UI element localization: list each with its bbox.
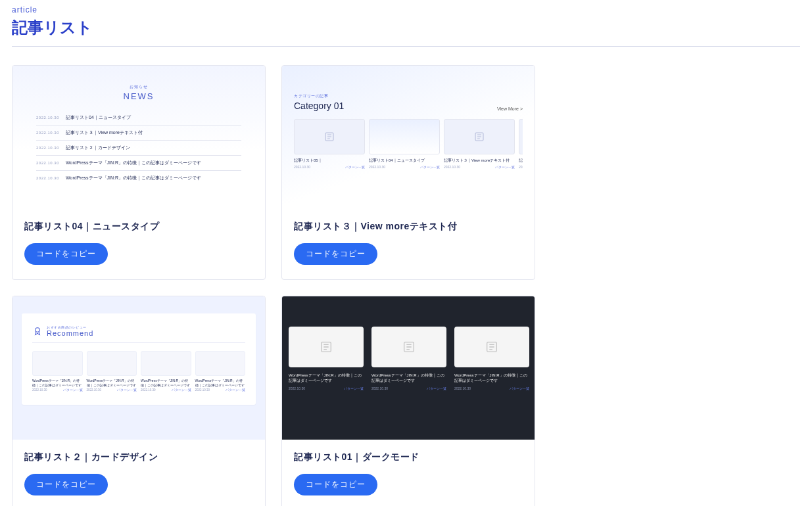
preview-news-heading: NEWS bbox=[36, 91, 241, 101]
preview-dark-date: 2022.10.30 bbox=[289, 386, 305, 390]
preview-news-row: 2022.10.30 WordPressテーマ「JIN:R」の特徴｜この記事はダ… bbox=[36, 156, 241, 171]
preview-dark-tag: パターン一覧 bbox=[510, 386, 529, 390]
pattern-card-viewmore[interactable]: カテゴリーの記事 Category 01 View More > 記事リスト05… bbox=[281, 65, 535, 280]
preview-rec-date: 2022.10.30 bbox=[32, 388, 47, 392]
preview-vm-kicker: カテゴリーの記事 bbox=[294, 93, 344, 99]
section-divider bbox=[12, 46, 800, 47]
preview-vm-cap: 記事リスト05｜ bbox=[294, 158, 365, 164]
ribbon-icon bbox=[32, 326, 43, 337]
svg-point-2 bbox=[36, 327, 40, 332]
preview-dark-tag: パターン一覧 bbox=[427, 386, 446, 390]
preview-rec-cap: WordPressテーマ「JIN:R」の特徴｜この記事はダミーページです bbox=[141, 379, 191, 387]
section-title: 記事リスト bbox=[12, 17, 800, 38]
preview-rec-item: WordPressテーマ「JIN:R」の特徴｜この記事はダミーページです 202… bbox=[87, 351, 137, 392]
preview-rec-tag: パターン一覧 bbox=[172, 388, 191, 392]
preview-news-kicker: お知らせ bbox=[36, 84, 241, 90]
preview-news-date: 2022.10.30 bbox=[36, 161, 59, 165]
card-title: 記事リスト01｜ダークモード bbox=[294, 451, 523, 463]
preview-news-date: 2022.10.30 bbox=[36, 176, 59, 180]
preview-rec-cap: WordPressテーマ「JIN:R」の特徴｜この記事はダミーページです bbox=[195, 379, 246, 387]
preview-news-row: 2022.10.30 WordPressテーマ「JIN:R」の特徴｜この記事はダ… bbox=[36, 171, 241, 185]
pattern-card-recommend[interactable]: おすすめ商品のレビュー Recommend WordPressテーマ「JIN:R… bbox=[12, 296, 266, 506]
preview-dark-cap: WordPressテーマ「JIN:R」の特徴｜この記事はダミーページです bbox=[289, 373, 364, 384]
preview-rec-item: WordPressテーマ「JIN:R」の特徴｜この記事はダミーページです 202… bbox=[195, 351, 246, 392]
preview-vm-tag: パターン一覧 bbox=[495, 165, 515, 169]
preview-news-text: WordPressテーマ「JIN:R」の特徴｜この記事はダミーページです bbox=[66, 160, 201, 166]
preview-rec-tag: パターン一覧 bbox=[226, 388, 245, 392]
preview-vm-more: View More > bbox=[497, 106, 523, 111]
preview-dark-cap: WordPressテーマ「JIN:R」の特徴｜この記事はダミーページです bbox=[371, 373, 446, 384]
preview-rec-cap: WordPressテーマ「JIN:R」の特徴｜この記事はダミーページです bbox=[32, 379, 83, 387]
preview-vm-tag: パターン一覧 bbox=[420, 165, 440, 169]
preview-vm-date: 2022.10.30 bbox=[519, 165, 523, 169]
preview-dark-date: 2022.10.30 bbox=[371, 386, 388, 390]
preview-vm-heading: Category 01 bbox=[294, 101, 344, 111]
preview-news-row: 2022.10.30 記事リスト04｜ニュースタイプ bbox=[36, 110, 241, 126]
preview-dark-item: WordPressテーマ「JIN:R」の特徴｜この記事はダミーページです 202… bbox=[371, 327, 446, 390]
preview-vm-date: 2022.10.30 bbox=[444, 165, 460, 169]
preview-news-date: 2022.10.30 bbox=[36, 116, 59, 120]
preview-vm-cap: 記事リスト２ bbox=[519, 158, 523, 164]
preview-vm-date: 2022.10.30 bbox=[294, 165, 310, 169]
preview-vm-item: 記事リスト04｜ニュースタイプ 2022.10.30パターン一覧 bbox=[369, 119, 440, 169]
preview-rec-tag: パターン一覧 bbox=[63, 388, 83, 392]
copy-code-button[interactable]: コードをコピー bbox=[294, 474, 377, 495]
preview-news-text: 記事リスト２｜カードデザイン bbox=[66, 145, 130, 151]
card-title: 記事リスト04｜ニュースタイプ bbox=[24, 221, 253, 233]
preview-news-text: WordPressテーマ「JIN:R」の特徴｜この記事はダミーページです bbox=[66, 175, 201, 181]
preview-rec-tag: パターン一覧 bbox=[117, 388, 137, 392]
preview-news-date: 2022.10.30 bbox=[36, 146, 59, 150]
section-kicker: article bbox=[12, 5, 800, 14]
preview-rec-cap: WordPressテーマ「JIN:R」の特徴｜この記事はダミーページです bbox=[87, 379, 137, 387]
preview-news-text: 記事リスト３｜View moreテキスト付 bbox=[66, 129, 143, 136]
preview-news-text: 記事リスト04｜ニュースタイプ bbox=[66, 114, 131, 121]
preview-viewmore: カテゴリーの記事 Category 01 View More > 記事リスト05… bbox=[282, 66, 535, 209]
preview-news-row: 2022.10.30 記事リスト２｜カードデザイン bbox=[36, 141, 241, 156]
preview-dark: WordPressテーマ「JIN:R」の特徴｜この記事はダミーページです 202… bbox=[282, 296, 535, 440]
preview-vm-item: 記事リスト２ 2022.10.30 bbox=[519, 119, 523, 169]
preview-vm-cap: 記事リスト３｜View moreテキスト付 bbox=[444, 158, 515, 164]
preview-rec-date: 2022.10.30 bbox=[141, 388, 156, 392]
preview-rec-item: WordPressテーマ「JIN:R」の特徴｜この記事はダミーページです 202… bbox=[141, 351, 191, 392]
preview-vm-item: 記事リスト05｜ 2022.10.30パターン一覧 bbox=[294, 119, 365, 169]
preview-vm-item: 記事リスト３｜View moreテキスト付 2022.10.30パターン一覧 bbox=[444, 119, 515, 169]
card-title: 記事リスト３｜View moreテキスト付 bbox=[294, 221, 523, 233]
preview-recommend: おすすめ商品のレビュー Recommend WordPressテーマ「JIN:R… bbox=[12, 296, 265, 440]
card-grid: お知らせ NEWS 2022.10.30 記事リスト04｜ニュースタイプ 202… bbox=[12, 65, 800, 506]
copy-code-button[interactable]: コードをコピー bbox=[294, 243, 377, 265]
preview-rec-date: 2022.10.30 bbox=[195, 388, 210, 392]
preview-dark-date: 2022.10.30 bbox=[454, 386, 471, 390]
preview-vm-tag: パターン一覧 bbox=[345, 165, 365, 169]
preview-dark-item: WordPressテーマ「JIN:R」の特徴｜この記事はダミーページです 202… bbox=[454, 327, 529, 390]
card-title: 記事リスト２｜カードデザイン bbox=[24, 451, 253, 463]
pattern-card-dark[interactable]: WordPressテーマ「JIN:R」の特徴｜この記事はダミーページです 202… bbox=[281, 296, 535, 506]
preview-rec-heading: Recommend bbox=[47, 329, 93, 337]
preview-vm-date: 2022.10.30 bbox=[369, 165, 385, 169]
preview-rec-item: WordPressテーマ「JIN:R」の特徴｜この記事はダミーページです 202… bbox=[32, 351, 83, 392]
preview-dark-item: WordPressテーマ「JIN:R」の特徴｜この記事はダミーページです 202… bbox=[289, 327, 364, 390]
preview-news-date: 2022.10.30 bbox=[36, 131, 59, 135]
copy-code-button[interactable]: コードをコピー bbox=[24, 474, 108, 495]
preview-news: お知らせ NEWS 2022.10.30 記事リスト04｜ニュースタイプ 202… bbox=[12, 66, 265, 209]
preview-dark-tag: パターン一覧 bbox=[344, 386, 364, 390]
preview-rec-date: 2022.10.30 bbox=[87, 388, 102, 392]
pattern-card-news[interactable]: お知らせ NEWS 2022.10.30 記事リスト04｜ニュースタイプ 202… bbox=[12, 65, 266, 280]
preview-vm-cap: 記事リスト04｜ニュースタイプ bbox=[369, 158, 440, 164]
copy-code-button[interactable]: コードをコピー bbox=[24, 243, 108, 265]
preview-news-row: 2022.10.30 記事リスト３｜View moreテキスト付 bbox=[36, 126, 241, 141]
preview-dark-cap: WordPressテーマ「JIN:R」の特徴｜この記事はダミーページです bbox=[454, 373, 529, 384]
